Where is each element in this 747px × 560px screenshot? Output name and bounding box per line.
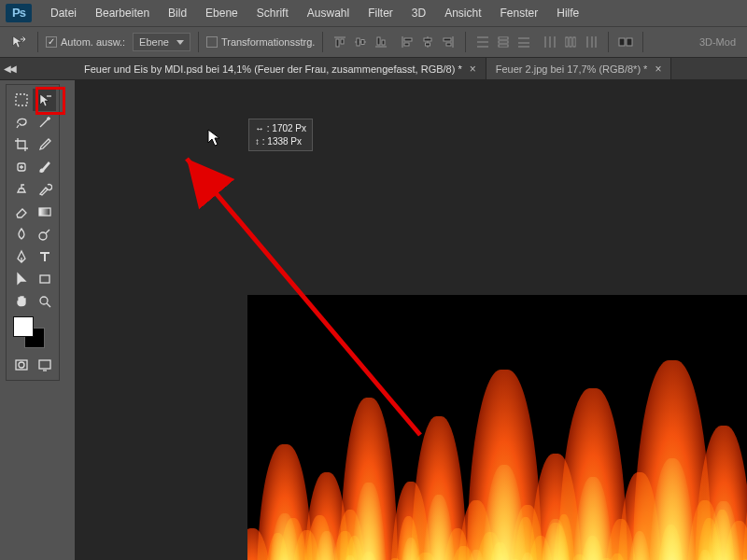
document-canvas[interactable]	[247, 295, 747, 560]
tool-type[interactable]	[33, 245, 56, 268]
tool-magic-wand[interactable]	[33, 111, 56, 133]
menu-ansicht[interactable]: Ansicht	[435, 7, 490, 20]
svg-rect-32	[573, 37, 575, 47]
auto-align-icon[interactable]	[616, 33, 635, 51]
tool-shape[interactable]	[33, 268, 56, 290]
close-icon[interactable]: ×	[655, 63, 661, 76]
align-group-1	[331, 33, 390, 51]
distribute-right-icon[interactable]	[582, 33, 600, 51]
svg-rect-17	[446, 43, 451, 46]
auto-select-toggle[interactable]: Autom. ausw.:	[46, 36, 125, 48]
tool-lasso[interactable]	[9, 111, 33, 133]
menu-bearbeiten[interactable]: Bearbeiten	[86, 7, 159, 20]
panel-collapse-icon[interactable]: ◀◀	[0, 58, 19, 79]
tool-move[interactable]	[33, 89, 56, 111]
distribute-group-2	[541, 33, 600, 51]
svg-rect-22	[499, 41, 508, 43]
move-tool-icon	[7, 33, 30, 51]
menu-datei[interactable]: Datei	[41, 7, 86, 20]
distribute-vcenter-icon[interactable]	[494, 33, 513, 51]
tool-quickmask[interactable]	[9, 354, 33, 376]
svg-rect-4	[357, 38, 359, 46]
tool-marquee[interactable]	[9, 89, 33, 111]
distribute-bottom-icon[interactable]	[514, 33, 533, 51]
align-vcenter-icon[interactable]	[351, 33, 370, 51]
align-hcenter-icon[interactable]	[418, 33, 437, 51]
document-tab-label: Feuer 2.jpg bei 17,7% (RGB/8*) *	[496, 63, 648, 75]
menu-filter[interactable]: Filter	[359, 7, 402, 20]
auto-select-mode-dropdown[interactable]: Ebene	[133, 33, 190, 51]
checkbox-icon	[206, 36, 218, 48]
svg-point-45	[19, 362, 24, 368]
tool-zoom[interactable]	[33, 290, 56, 313]
svg-rect-37	[627, 38, 632, 46]
distribute-group-1	[473, 33, 533, 51]
svg-rect-7	[377, 37, 380, 45]
checkbox-icon	[46, 36, 57, 48]
align-bottom-icon[interactable]	[372, 33, 390, 51]
close-icon[interactable]: ×	[470, 63, 476, 76]
document-tab-label: Feuer und Eis by MDI.psd bei 14,1% (Feue…	[84, 63, 462, 75]
menu-hilfe[interactable]: Hilfe	[547, 7, 588, 20]
menu-ebene[interactable]: Ebene	[196, 7, 247, 20]
foreground-swatch[interactable]	[13, 316, 34, 337]
svg-rect-11	[404, 43, 409, 46]
menu-bild[interactable]: Bild	[159, 7, 196, 20]
app-logo: Ps	[6, 4, 32, 22]
svg-rect-1	[336, 39, 339, 47]
svg-rect-21	[499, 37, 508, 39]
distribute-hcenter-icon[interactable]	[561, 33, 580, 51]
tooltip-width: ↔ : 1702 Px	[255, 122, 306, 135]
tool-eyedropper[interactable]	[33, 133, 56, 156]
svg-rect-10	[404, 38, 412, 41]
tool-history-brush[interactable]	[33, 178, 56, 201]
menu-schrift[interactable]: Schrift	[247, 7, 298, 20]
tool-brush[interactable]	[33, 156, 56, 178]
svg-rect-14	[426, 43, 430, 46]
color-swatches[interactable]	[9, 313, 56, 354]
menu-auswahl[interactable]: Auswahl	[298, 7, 359, 20]
svg-rect-8	[382, 40, 385, 45]
menu-3d[interactable]: 3D	[402, 7, 435, 20]
document-tab-1[interactable]: Feuer und Eis by MDI.psd bei 14,1% (Feue…	[75, 58, 486, 79]
svg-rect-38	[16, 94, 27, 105]
document-tab-2[interactable]: Feuer 2.jpg bei 17,7% (RGB/8*) * ×	[486, 58, 672, 79]
tool-eraser[interactable]	[9, 201, 33, 223]
tool-crop[interactable]	[9, 133, 33, 156]
tool-pen[interactable]	[9, 245, 33, 268]
tool-hand[interactable]	[9, 290, 33, 313]
tool-screenmode[interactable]	[33, 354, 56, 376]
three-d-mode-label[interactable]: 3D-Mod	[696, 36, 740, 48]
options-bar: Autom. ausw.: Ebene Transformationsstrg.…	[0, 26, 747, 58]
align-left-icon[interactable]	[398, 33, 416, 51]
svg-point-41	[39, 232, 47, 240]
cursor-icon	[207, 129, 222, 151]
distribute-top-icon[interactable]	[473, 33, 492, 51]
tools-panel	[6, 84, 60, 381]
menu-fenster[interactable]: Fenster	[491, 7, 548, 20]
svg-rect-40	[39, 208, 50, 216]
svg-rect-42	[40, 275, 49, 283]
tool-healing-brush[interactable]	[9, 156, 33, 178]
svg-rect-30	[566, 37, 568, 47]
transform-controls-label: Transformationsstrg.	[221, 36, 315, 48]
svg-rect-36	[619, 38, 625, 46]
tool-dodge[interactable]	[33, 223, 56, 245]
distribute-left-icon[interactable]	[541, 33, 559, 51]
transform-controls-toggle[interactable]: Transformationsstrg.	[206, 36, 315, 48]
tool-path-select[interactable]	[9, 268, 33, 290]
align-right-icon[interactable]	[439, 33, 458, 51]
svg-rect-5	[361, 40, 364, 45]
tool-clone-stamp[interactable]	[9, 178, 33, 201]
svg-rect-13	[424, 38, 431, 41]
svg-rect-23	[499, 45, 508, 47]
document-tab-strip: ◀◀ Feuer und Eis by MDI.psd bei 14,1% (F…	[0, 58, 747, 80]
svg-rect-46	[39, 360, 50, 369]
align-top-icon[interactable]	[331, 33, 349, 51]
tool-gradient[interactable]	[33, 201, 56, 223]
menu-bar: Ps Datei Bearbeiten Bild Ebene Schrift A…	[0, 0, 747, 26]
svg-rect-2	[341, 39, 344, 44]
tool-blur[interactable]	[9, 223, 33, 245]
workspace	[75, 80, 747, 560]
svg-rect-16	[444, 38, 451, 41]
